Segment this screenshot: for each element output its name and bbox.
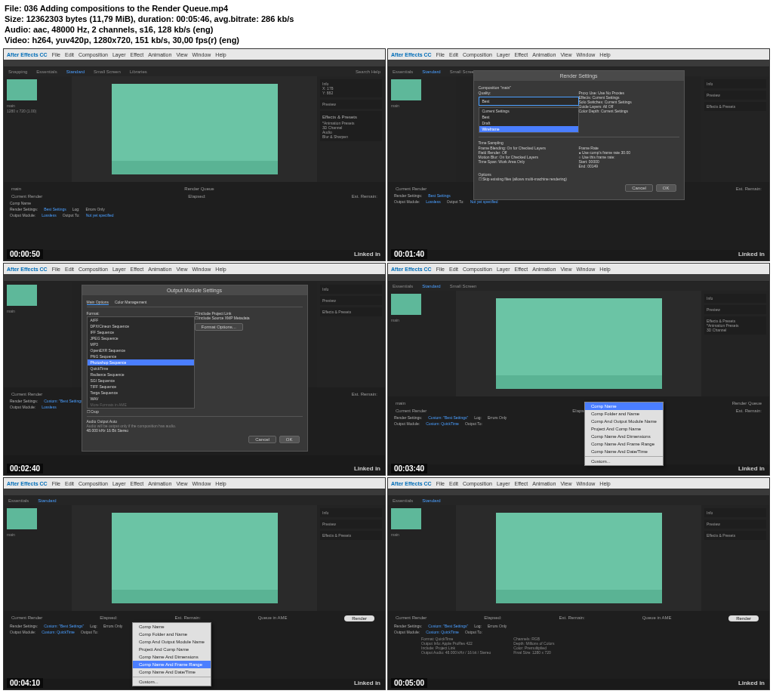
menubar[interactable]: After Effects CCFileEditCompositionLayer… [4,49,385,60]
video-line: Video: h264, yuv420p, 1280x720, 151 kb/s… [5,35,768,45]
output-name-menu[interactable]: Comp Name Comp Folder and Name Comp And … [584,402,664,466]
frame-6: After Effects CCFileEditCompositionLayer… [387,477,770,690]
audio-line: Audio: aac, 48000 Hz, 2 channels, s16, 1… [5,24,768,35]
composition-viewer[interactable] [72,76,317,182]
ok-button[interactable]: OK [279,436,300,443]
quality-options[interactable]: Current Settings Best Draft Wireframe [479,107,579,133]
linkedin-logo: Linked in [354,251,380,257]
cancel-button[interactable]: Cancel [625,184,653,192]
timestamp: 00:00:50 [7,249,43,259]
quality-dropdown[interactable]: Best [479,97,579,106]
size-line: Size: 12362303 bytes (11,79 MiB), durati… [5,14,768,24]
render-settings-dialog[interactable]: Render Settings Composition "main" Quali… [473,70,685,200]
format-options[interactable]: AIFF DPX/Cineon Sequence IFF Sequence JP… [87,316,195,409]
cancel-button[interactable]: Cancel [248,436,276,443]
output-module-dialog[interactable]: Output Module Settings Main OptionsColor… [82,285,308,452]
ok-button[interactable]: OK [656,184,676,192]
output-name-menu[interactable]: Comp Name Comp Folder and Name Comp And … [132,622,211,686]
frame-3: After Effects CCFileEditCompositionLayer… [3,263,386,476]
comp-thumb[interactable] [7,79,37,100]
frame-1: After Effects CCFileEditCompositionLayer… [3,48,386,261]
project-panel[interactable]: main 1280 x 720 (1.00) [4,76,72,182]
file-line: File: 036 Adding compositions to the Ren… [5,3,768,14]
frame-4: After Effects CCFileEditCompositionLayer… [387,263,770,476]
frame-2: After Effects CCFileEditCompositionLayer… [387,48,770,261]
render-queue[interactable]: mainRender Queue Current RenderElapsed:E… [4,182,385,250]
render-button[interactable]: Render [344,615,374,621]
render-button[interactable]: Render [728,615,759,621]
frame-5: After Effects CCFileEditCompositionLayer… [3,477,386,690]
workspace-tabs[interactable]: SnappingEssentialsStandardSmall ScreenLi… [4,67,385,76]
